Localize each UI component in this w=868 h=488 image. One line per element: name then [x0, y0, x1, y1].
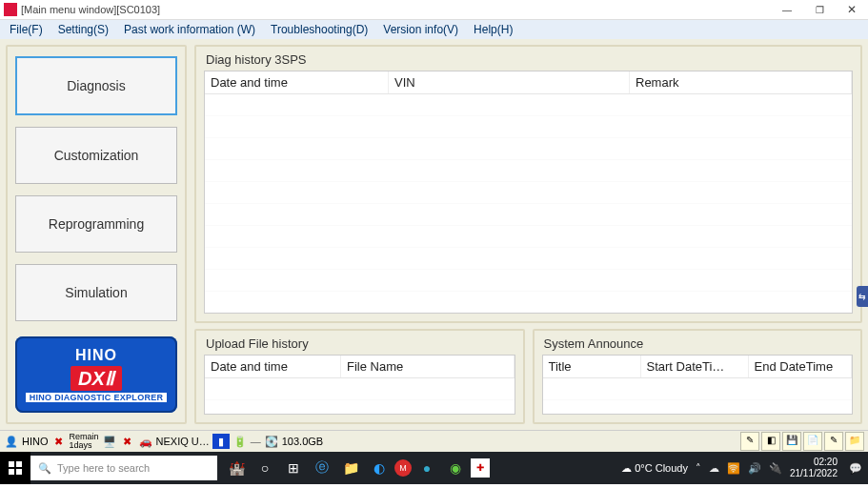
battery-icon: 🔋 — [232, 434, 248, 449]
taskbar-clock[interactable]: 02:20 21/11/2022 — [790, 457, 841, 479]
clock-date: 21/11/2022 — [790, 468, 838, 479]
search-icon: 🔍 — [38, 462, 51, 475]
grid-announce-body — [543, 378, 853, 414]
taskbar-apps: 🏰 ○ ⊞ ⓔ 📁 ◐ M ● ◉ ✚ — [223, 455, 490, 481]
brand-logo: HINO DXⅡ HINO DIAGNOSTIC EXPLORER — [15, 336, 177, 413]
sidebar-reprogramming[interactable]: Reprogramming — [15, 195, 177, 253]
group-upload-history: Upload File history Date and time File N… — [194, 329, 525, 424]
grid-announce[interactable]: Title Start DateTi… End DateTime — [542, 355, 854, 415]
weather-widget[interactable]: ☁ 0°C Cloudy — [621, 462, 688, 475]
taskbar-app-hino[interactable]: ✚ — [471, 458, 490, 478]
sidebar-customization[interactable]: Customization — [15, 127, 177, 184]
taskbar: 🔍 Type here to search 🏰 ○ ⊞ ⓔ 📁 ◐ M ● ◉ … — [0, 452, 868, 484]
group-title-diag: Diag history 3SPS — [204, 51, 853, 71]
grid-diag[interactable]: Date and time VIN Remark — [204, 71, 853, 314]
tray-wifi-icon[interactable]: 🛜 — [727, 462, 740, 475]
logo-subtitle: HINO DIAGNOSTIC EXPLORER — [26, 393, 168, 402]
taskbar-app-teamviewer[interactable]: ◐ — [366, 455, 393, 481]
toolbar-btn-4[interactable]: 📄 — [803, 432, 822, 451]
grid-upload-body — [205, 378, 515, 414]
toolbar-btn-5[interactable]: ✎ — [824, 432, 843, 451]
tray-power-icon[interactable]: 🔌 — [769, 462, 782, 475]
grid-upload-header: Date and time File Name — [205, 356, 515, 378]
menu-setting[interactable]: Setting(S) — [50, 23, 116, 36]
title-bar: [Main menu window][SC0103] — ❐ ✕ — [0, 0, 868, 20]
taskbar-app-explorer[interactable]: 📁 — [337, 455, 364, 481]
tray-notifications-icon[interactable]: 💬 — [849, 462, 862, 475]
user-icon: 👤 — [4, 434, 19, 449]
client-area: Diagnosis Customization Reprogramming Si… — [0, 39, 868, 430]
menu-version[interactable]: Version info(V) — [375, 23, 466, 36]
start-button[interactable] — [0, 452, 30, 484]
cross-icon: ✖ — [51, 434, 67, 449]
status-hino: HINO — [22, 436, 49, 447]
status-toolbar: ✎ ◧ 💾 📄 ✎ 📁 — [740, 432, 864, 451]
sidebar-simulation[interactable]: Simulation — [15, 264, 177, 321]
vehicle-no-icon: ✖ — [120, 434, 135, 449]
search-placeholder: Type here to search — [57, 462, 150, 474]
status-remain-days: 1days — [70, 440, 92, 450]
side-handle-icon[interactable]: ⇆ — [857, 286, 868, 307]
menu-bar: File(F) Setting(S) Past work information… — [0, 20, 868, 39]
minimize-button[interactable]: — — [771, 0, 803, 19]
col-up-filename[interactable]: File Name — [341, 356, 515, 377]
tray-cloud-icon[interactable]: ☁ — [709, 462, 719, 475]
grid-upload[interactable]: Date and time File Name — [204, 355, 515, 415]
taskbar-tray: ☁ 0°C Cloudy ˄ ☁ 🛜 🔊 🔌 02:20 21/11/2022 … — [621, 457, 868, 479]
svg-rect-3 — [16, 469, 22, 475]
col-datetime[interactable]: Date and time — [205, 71, 389, 93]
group-diag-history: Diag history 3SPS Date and time VIN Rema… — [194, 45, 862, 323]
group-system-announce: System Announce Title Start DateTi… End … — [533, 329, 863, 424]
group-title-upload: Upload File history — [204, 335, 515, 355]
toolbar-btn-2[interactable]: ◧ — [761, 432, 780, 451]
taskbar-app-taskview[interactable]: ⊞ — [280, 455, 307, 481]
grid-announce-header: Title Start DateTi… End DateTime — [543, 356, 853, 378]
taskbar-app-cortana[interactable]: ○ — [252, 455, 278, 481]
sidebar-diagnosis[interactable]: Diagnosis — [15, 56, 177, 115]
menu-troubleshooting[interactable]: Troubleshooting(D) — [263, 23, 375, 36]
svg-rect-2 — [9, 469, 14, 475]
logo-product: DXⅡ — [71, 366, 122, 391]
svg-rect-1 — [16, 461, 22, 467]
svg-rect-0 — [9, 461, 14, 467]
col-an-title[interactable]: Title — [543, 356, 641, 377]
vehicle-icon: 🚗 — [138, 434, 153, 449]
col-vin[interactable]: VIN — [389, 71, 630, 93]
taskbar-app-edge[interactable]: ⓔ — [309, 455, 335, 481]
status-nexiq: NEXIQ U… — [156, 436, 210, 447]
grid-diag-body — [205, 94, 852, 313]
menu-help[interactable]: Help(H) — [466, 23, 520, 36]
taskbar-app-9[interactable]: ◉ — [442, 455, 469, 481]
toolbar-btn-6[interactable]: 📁 — [845, 432, 864, 451]
device-icon: ▮ — [212, 434, 230, 449]
grid-diag-header: Date and time VIN Remark — [205, 71, 852, 94]
menu-file[interactable]: File(F) — [2, 23, 50, 36]
disk-icon: 💽 — [264, 434, 279, 449]
window-title: [Main menu window][SC0103] — [21, 4, 864, 15]
col-up-datetime[interactable]: Date and time — [205, 356, 341, 377]
tray-chevron-icon[interactable]: ˄ — [696, 462, 701, 475]
sidebar: Diagnosis Customization Reprogramming Si… — [6, 45, 187, 424]
logo-brand: HINO — [75, 347, 117, 364]
status-disk: 103.0GB — [282, 436, 323, 447]
col-remark[interactable]: Remark — [630, 71, 852, 93]
taskbar-app-8[interactable]: ● — [414, 455, 440, 481]
taskbar-app-mega[interactable]: M — [394, 459, 412, 477]
col-an-end[interactable]: End DateTime — [749, 356, 853, 377]
clock-time: 02:20 — [790, 457, 838, 468]
group-title-announce: System Announce — [542, 335, 854, 355]
status-bar: 👤 HINO ✖ Remain 1days 🖥️ ✖ 🚗 NEXIQ U… ▮ … — [0, 430, 868, 452]
tray-volume-icon[interactable]: 🔊 — [748, 462, 761, 475]
monitor-icon: 🖥️ — [102, 434, 117, 449]
weather-text: 0°C Cloudy — [635, 462, 688, 474]
taskbar-app-1[interactable]: 🏰 — [223, 455, 250, 481]
main-area: Diag history 3SPS Date and time VIN Rema… — [194, 45, 862, 424]
toolbar-btn-1[interactable]: ✎ — [740, 432, 759, 451]
close-button[interactable]: ✕ — [836, 0, 868, 19]
toolbar-btn-3[interactable]: 💾 — [782, 432, 801, 451]
app-icon — [4, 3, 17, 16]
col-an-start[interactable]: Start DateTi… — [641, 356, 749, 377]
taskbar-search[interactable]: 🔍 Type here to search — [30, 456, 217, 480]
menu-pastwork[interactable]: Past work information (W) — [116, 23, 263, 36]
maximize-button[interactable]: ❐ — [803, 0, 836, 19]
